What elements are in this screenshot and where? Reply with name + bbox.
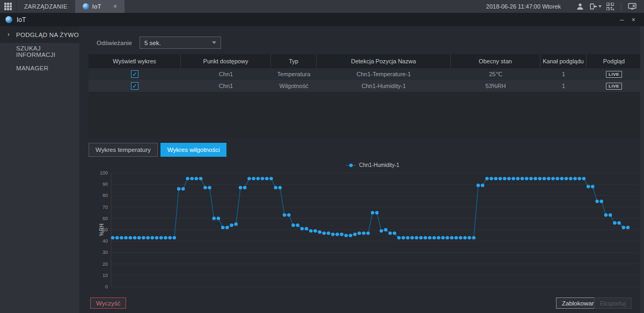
cell-channel: 1 [540, 80, 587, 92]
col-header-kanal-podgladu: Kanał podglądu [540, 54, 587, 68]
col-header-podglad: Podgląd [587, 54, 641, 68]
apps-grid-icon[interactable] [0, 0, 16, 13]
tab-wykres-wilgotnosci[interactable]: Wykres wilgotności [160, 143, 227, 157]
chart-tab-bar: Wykres temperatury Wykres wilgotności [89, 143, 226, 157]
cell-channel: 1 [540, 68, 587, 80]
grid-glyph [4, 3, 12, 10]
cell-type: Wilgotność [271, 80, 317, 92]
svg-text:80: 80 [103, 193, 108, 198]
humidity-chart: 0102030405060708090100%RHChn1-Humidity-1 [98, 160, 641, 293]
sidebar-item-podglad-na-zywo[interactable]: › PODGLĄD NA ŻYWO [0, 26, 79, 43]
sidebar-item-label: MANAGER [16, 65, 48, 71]
sidebar: › PODGLĄD NA ŻYWO SZUKAJ INFORMACJI MANA… [0, 26, 79, 313]
svg-text:30: 30 [103, 250, 108, 255]
clear-button[interactable]: Wyczyść [90, 297, 126, 309]
cell-current-state: 25℃ [451, 68, 540, 80]
refresh-interval-select[interactable]: 5 sek. [140, 37, 221, 49]
export-button: Eksportuj [594, 297, 632, 309]
qr-code-icon[interactable] [603, 0, 618, 13]
col-header-detekcja-pozycja-nazwa: Detekcja Pozycja Nazwa [317, 54, 451, 68]
refresh-interval-value: 5 sek. [144, 40, 161, 46]
main-content: Odświeżanie 5 sek. Wyświetl wykres Punkt… [79, 26, 640, 313]
cell-current-state: 53%RH [451, 80, 540, 92]
col-header-typ: Typ [271, 54, 317, 68]
svg-text:100: 100 [100, 170, 108, 176]
display-monitor-icon[interactable] [625, 0, 640, 13]
svg-text:90: 90 [103, 181, 108, 187]
live-preview-button[interactable]: LIVE [606, 71, 622, 78]
cell-access-point: Chn1 [181, 80, 271, 92]
sidebar-item-szukaj-informacji[interactable]: SZUKAJ INFORMACJI [0, 43, 79, 60]
system-top-bar: ZARZĄDZANIE IoT × 2018-06-26 11:47:00 Wt… [0, 0, 644, 13]
col-header-punkt-dostepowy: Punkt dostępowy [181, 54, 271, 68]
tab-label: ZARZĄDZANIE [24, 3, 68, 10]
svg-text:Chn1-Humidity-1: Chn1-Humidity-1 [359, 162, 399, 168]
minimize-button[interactable]: – [620, 16, 624, 23]
svg-text:20: 20 [103, 261, 108, 267]
svg-text:60: 60 [103, 216, 108, 221]
chevron-down-icon [212, 41, 216, 44]
topbar-divider [621, 2, 621, 11]
logout-caret-icon [598, 5, 602, 8]
table-row-humidity: ✓ Chn1 Wilgotność Chn1-Humidity-1 53%RH … [89, 80, 641, 92]
show-chart-checkbox[interactable]: ✓ [131, 82, 138, 90]
close-button[interactable]: × [631, 16, 635, 23]
sidebar-item-label: SZUKAJ INFORMACJI [16, 45, 79, 58]
datetime-display: 2018-06-26 11:47:00 Wtorek [486, 3, 561, 10]
svg-text:%RH: %RH [99, 223, 105, 236]
cell-type: Temperatura [271, 68, 317, 80]
tab-label: IoT [92, 3, 101, 10]
refresh-row: Odświeżanie 5 sek. [97, 37, 221, 49]
sidebar-item-manager[interactable]: MANAGER [0, 60, 79, 76]
topbar-right: 2018-06-26 11:47:00 Wtorek [486, 0, 644, 13]
table-header-row: Wyświetl wykres Punkt dostępowy Typ Dete… [89, 54, 641, 68]
show-chart-checkbox[interactable]: ✓ [131, 70, 138, 78]
iot-globe-icon [5, 16, 12, 23]
tab-wykres-temperatury[interactable]: Wykres temperatury [89, 143, 158, 157]
chevron-right-icon: › [8, 31, 10, 38]
tab-iot[interactable]: IoT × [75, 0, 125, 13]
svg-text:70: 70 [103, 205, 108, 210]
globe-icon [83, 3, 89, 10]
cell-name: Chn1-Temperature-1 [317, 68, 451, 80]
iot-sensor-table: Wyświetl wykres Punkt dostępowy Typ Dete… [89, 54, 641, 139]
cell-access-point: Chn1 [181, 68, 271, 80]
vertical-scrollbar[interactable] [640, 26, 644, 313]
sidebar-item-label: PODGLĄD NA ŻYWO [16, 32, 79, 38]
tab-zarzadzanie[interactable]: ZARZĄDZANIE [16, 0, 75, 13]
table-row-temperature: ✓ Chn1 Temperatura Chn1-Temperature-1 25… [89, 68, 641, 80]
svg-text:40: 40 [103, 238, 108, 244]
window-title-bar: IoT – × [0, 13, 644, 26]
window-title: IoT [17, 16, 26, 24]
svg-text:10: 10 [103, 273, 108, 278]
svg-text:0: 0 [105, 284, 108, 289]
cell-name: Chn1-Humidity-1 [317, 80, 451, 92]
col-header-obecny-stan: Obecny stan [451, 54, 540, 68]
col-header-wyswietl-wykres: Wyświetl wykres [89, 54, 181, 68]
user-icon[interactable] [573, 0, 588, 13]
tab-close-icon[interactable]: × [113, 3, 117, 10]
logout-icon[interactable] [588, 0, 603, 13]
humidity-chart-svg: 0102030405060708090100%RHChn1-Humidity-1 [98, 160, 641, 293]
refresh-label: Odświeżanie [97, 40, 140, 46]
live-preview-button[interactable]: LIVE [606, 83, 622, 90]
